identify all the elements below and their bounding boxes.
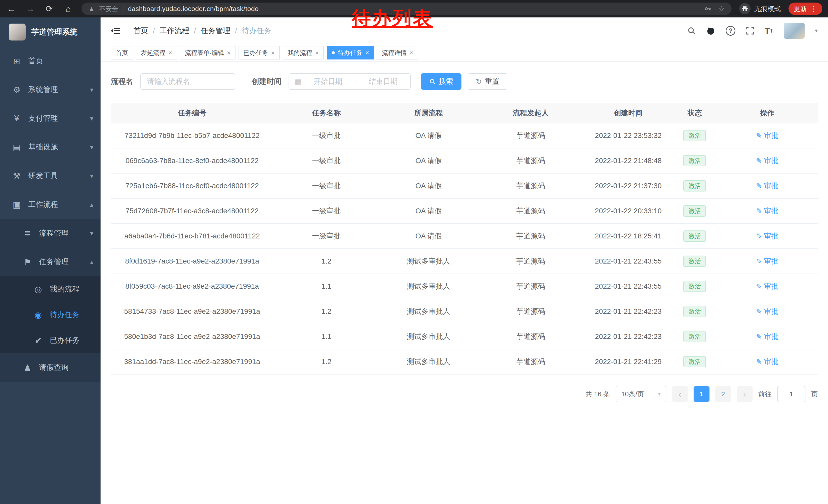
- edit-icon: ✎: [756, 307, 762, 316]
- tab-close-icon[interactable]: ×: [227, 49, 231, 56]
- next-page-button[interactable]: ›: [737, 386, 753, 402]
- sidebar-item-leave-query[interactable]: ♟ 请假查询: [0, 353, 100, 382]
- status-badge: 激活: [683, 306, 706, 317]
- tab-my-process[interactable]: 我的流程 ×: [283, 46, 324, 59]
- flag-icon: ⚑: [22, 257, 33, 267]
- tab-process-detail[interactable]: 流程详情 ×: [377, 46, 418, 59]
- approve-link[interactable]: ✎审批: [756, 131, 778, 140]
- reset-button[interactable]: ↻ 重置: [468, 73, 507, 90]
- tab-close-icon[interactable]: ×: [410, 49, 413, 56]
- app-logo-row[interactable]: 芋道管理系统: [0, 17, 100, 47]
- help-icon[interactable]: ?: [726, 26, 735, 36]
- page-size-select[interactable]: 10条/页 ▾: [616, 386, 666, 402]
- sidebar-item-todo-tasks[interactable]: ◉ 待办任务: [0, 302, 100, 328]
- goto-page-input[interactable]: [777, 386, 805, 402]
- update-button[interactable]: 更新 ⋮: [788, 3, 822, 15]
- search-button[interactable]: 搜索: [421, 73, 461, 90]
- page-button-2[interactable]: 2: [715, 386, 731, 402]
- table-row: 069c6a63-7b8a-11ec-8ef0-acde48001122 一级审…: [111, 148, 818, 173]
- sidebar-item-workflow[interactable]: ▣ 工作流程 ▴: [0, 190, 100, 219]
- breadcrumb-current: 待办任务: [242, 26, 272, 36]
- date-range-picker[interactable]: ▦ 开始日期 - 结束日期: [289, 73, 411, 90]
- address-bar[interactable]: ▲﻿ 不安全 | dashboard.yudao.iocoder.cn/bpm/…: [82, 3, 732, 15]
- sidebar-item-payment[interactable]: ¥ 支付管理 ▾: [0, 104, 100, 133]
- chevron-up-icon: ▴: [90, 258, 93, 266]
- forward-icon[interactable]: →: [25, 4, 36, 14]
- page-button-1[interactable]: 1: [694, 386, 709, 402]
- approve-link[interactable]: ✎审批: [756, 156, 778, 166]
- breadcrumb-home[interactable]: 首页: [133, 26, 148, 36]
- sidebar-item-done-tasks[interactable]: ✔ 已办任务: [0, 328, 100, 353]
- tab-start-process[interactable]: 发起流程 ×: [136, 46, 177, 59]
- approve-link[interactable]: ✎审批: [756, 281, 778, 291]
- sidebar-item-system[interactable]: ⚙ 系统管理 ▾: [0, 75, 100, 104]
- page-content: 流程名 创建时间 ▦ 开始日期 - 结束日期 搜索 ↻ 重置: [100, 62, 828, 402]
- avatar-caret-icon[interactable]: ▾: [815, 28, 818, 34]
- back-icon[interactable]: ←: [6, 4, 17, 14]
- end-date-placeholder[interactable]: 结束日期: [362, 77, 405, 86]
- home-icon[interactable]: ⌂: [63, 4, 74, 14]
- search-icon[interactable]: [687, 27, 696, 35]
- fullscreen-icon[interactable]: [746, 27, 754, 35]
- approve-link[interactable]: ✎审批: [756, 256, 778, 266]
- sidebar-item-process-mgmt[interactable]: ≣ 流程管理 ▾: [0, 219, 100, 248]
- chevron-up-icon: ▴: [90, 201, 93, 209]
- approve-link[interactable]: ✎审批: [756, 307, 778, 316]
- font-size-icon[interactable]: TT: [764, 26, 773, 36]
- github-icon[interactable]: [706, 26, 715, 35]
- sidebar: 芋道管理系统 ⊞ 首页 ⚙ 系统管理 ▾ ¥ 支付管理 ▾ ▤ 基础设施 ▾ ⚒…: [0, 17, 100, 504]
- approve-link[interactable]: ✎审批: [756, 357, 778, 367]
- table-row: 8f059c03-7ac8-11ec-a9e2-a2380e71991a 1.1…: [111, 274, 818, 299]
- breadcrumb-workflow[interactable]: 工作流程: [160, 26, 189, 36]
- sidebar-item-home[interactable]: ⊞ 首页: [0, 47, 100, 75]
- tab-todo-tasks[interactable]: 待办任务 ×: [327, 46, 374, 59]
- incognito-label: 无痕模式: [754, 4, 781, 13]
- tab-close-icon[interactable]: ×: [271, 49, 275, 56]
- pagination: 共 16 条 10条/页 ▾ ‹ 1 2 › 前往 页: [111, 386, 818, 402]
- tags-view-bar: 首页 发起流程 × 流程表单-编辑 × 已办任务 × 我的流程 × 待办任务 ×…: [100, 44, 828, 62]
- status-badge: 激活: [683, 180, 706, 191]
- process-name-input[interactable]: [140, 73, 235, 90]
- refresh-icon[interactable]: ⟳: [44, 4, 55, 14]
- url-text[interactable]: dashboard.yudao.iocoder.cn/bpm/task/todo: [128, 5, 258, 13]
- status-badge: 激活: [683, 256, 706, 267]
- warning-icon: ▲: [88, 5, 95, 13]
- sidebar-fold-icon[interactable]: [111, 27, 120, 35]
- tab-close-icon[interactable]: ×: [169, 49, 172, 56]
- breadcrumb: 首页 / 工作流程 / 任务管理 / 待办任务: [133, 26, 272, 36]
- sidebar-item-my-process[interactable]: ◎ 我的流程: [0, 276, 100, 302]
- chevron-down-icon: ▾: [90, 172, 93, 180]
- prev-page-button[interactable]: ‹: [672, 386, 688, 402]
- chrome-menu-icon[interactable]: ⋮: [810, 5, 817, 13]
- approve-link[interactable]: ✎审批: [756, 332, 778, 341]
- col-process: 所属流程: [379, 103, 478, 123]
- sidebar-item-infra[interactable]: ▤ 基础设施 ▾: [0, 133, 100, 162]
- status-badge: 激活: [683, 230, 706, 242]
- tab-close-icon[interactable]: ×: [315, 49, 319, 56]
- range-separator: -: [355, 78, 357, 86]
- breadcrumb-task-mgmt[interactable]: 任务管理: [201, 26, 230, 36]
- approve-link[interactable]: ✎审批: [756, 206, 778, 216]
- approve-link[interactable]: ✎审批: [756, 231, 778, 241]
- status-badge: 激活: [683, 130, 706, 141]
- server-icon: ▤: [11, 142, 23, 152]
- bookmark-star-icon[interactable]: ☆: [718, 4, 725, 13]
- tab-close-icon[interactable]: ×: [366, 49, 369, 56]
- incognito-badge: 无痕模式: [739, 3, 781, 14]
- start-date-placeholder[interactable]: 开始日期: [306, 77, 349, 86]
- edit-icon: ✎: [756, 332, 762, 341]
- sidebar-item-task-mgmt[interactable]: ⚑ 任务管理 ▴: [0, 248, 100, 276]
- tab-done-tasks[interactable]: 已办任务 ×: [239, 46, 280, 59]
- col-starter: 流程发起人: [478, 103, 584, 123]
- tab-form-edit[interactable]: 流程表单-编辑 ×: [180, 46, 236, 59]
- key-icon[interactable]: [704, 5, 712, 12]
- chevron-down-icon: ▾: [90, 114, 93, 123]
- approve-link[interactable]: ✎审批: [756, 181, 778, 191]
- tab-home[interactable]: 首页: [111, 46, 133, 59]
- avatar[interactable]: [784, 23, 805, 39]
- todo-task-table: 任务编号 任务名称 所属流程 流程发起人 创建时间 状态 操作 73211d9d…: [111, 103, 818, 374]
- edit-icon: ✎: [756, 257, 762, 266]
- sidebar-item-devtools[interactable]: ⚒ 研发工具 ▾: [0, 162, 100, 190]
- edit-icon: ✎: [756, 207, 762, 215]
- chevron-down-icon: ▾: [90, 143, 93, 151]
